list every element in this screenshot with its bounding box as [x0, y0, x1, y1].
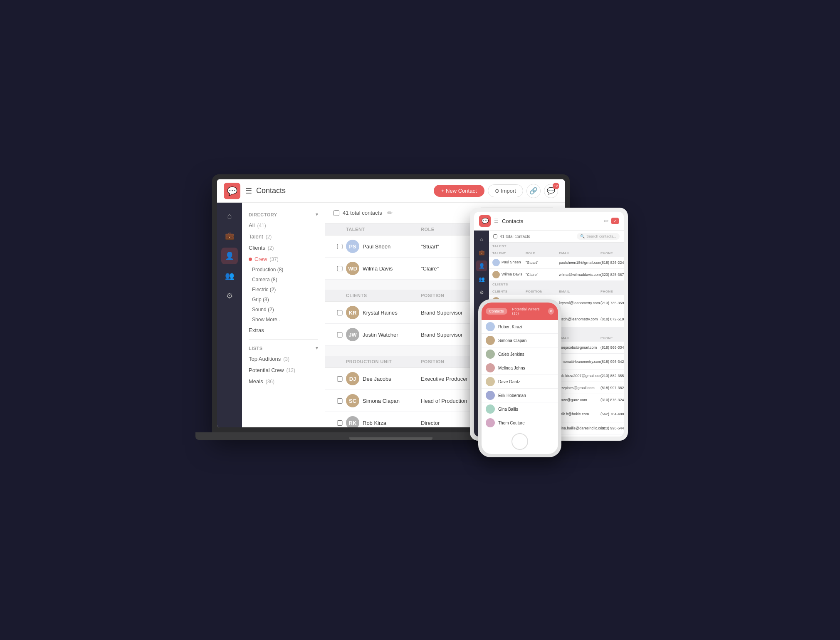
avatar: JW	[346, 328, 359, 341]
contact-name: Justin Watcher	[363, 332, 398, 338]
nav-extras[interactable]: Extras	[242, 325, 325, 336]
contact-name-cell: WD Wilma Davis	[346, 262, 421, 275]
sidebar-item-contacts[interactable]: 👤	[221, 248, 238, 264]
phone-device: Contacts Potential Writers (13) ✕ Robert…	[478, 299, 561, 457]
phone-tab-potential[interactable]: Potential Writers (13)	[510, 306, 546, 317]
contact-name-cell: JW Justin Watcher	[346, 328, 421, 341]
clients-col-name: CLIENTS	[346, 293, 421, 298]
directory-chevron: ▾	[316, 212, 319, 217]
phone-close-button[interactable]: ✕	[548, 308, 554, 315]
phone-avatar	[486, 336, 495, 345]
contact-name: Paul Sheen	[363, 243, 390, 250]
tablet-header: 💬 ☰ Contacts ✏ ⤢	[474, 212, 624, 231]
meals-label: Meals	[249, 378, 263, 384]
tablet-avatar	[492, 271, 500, 278]
tablet-table-row: Paul Sheen "Stuart" paulsheen18@gmail.co…	[489, 257, 624, 269]
phone-contact-name: Robert Kirazi	[498, 325, 522, 329]
tablet-expand-icon[interactable]: ⤢	[611, 218, 619, 224]
sidebar-item-settings[interactable]: ⚙	[221, 288, 238, 304]
avatar: SC	[346, 394, 359, 407]
tablet-sidebar-groups[interactable]: 👥	[476, 274, 487, 285]
app-logo-icon: 💬	[227, 186, 237, 196]
chat-button[interactable]: 💬 12	[544, 184, 558, 198]
phone-contact-name: Thom Couture	[498, 421, 525, 425]
avatar: PS	[346, 240, 359, 253]
row-checkbox[interactable]	[334, 420, 346, 426]
import-button[interactable]: ⊙ Import	[488, 184, 523, 197]
phone-screen: Contacts Potential Writers (13) ✕ Robert…	[482, 303, 558, 454]
row-checkbox[interactable]	[334, 398, 346, 404]
talent-col-name: TALENT	[346, 227, 421, 232]
row-checkbox[interactable]	[334, 310, 346, 315]
prod-col-name: PRODUCTION UNIT	[346, 359, 421, 364]
avatar: DJ	[346, 372, 359, 385]
nav-potential-crew[interactable]: Potential Crew (12)	[242, 365, 325, 376]
tablet-title: Contacts	[502, 218, 523, 224]
phone-contact-name: Erik Hoberman	[498, 393, 526, 398]
contact-name-cell: RK Rob Kirza	[346, 416, 421, 427]
tablet-toolbar: 41 total contacts 🔍 Search contacts...	[489, 231, 624, 243]
tablet-select-all[interactable]	[493, 234, 497, 238]
nav-crew-label: Crew	[254, 256, 267, 262]
link-button[interactable]: 🔗	[526, 184, 541, 198]
tablet-sidebar-settings[interactable]: ⚙	[476, 287, 487, 298]
tablet-logo: 💬	[479, 215, 491, 227]
meals-count: (36)	[266, 379, 274, 384]
nav-talent-label: Talent	[249, 233, 263, 240]
phone-contact-name: Caleb Jenkins	[498, 352, 524, 357]
nav-all[interactable]: All (41)	[242, 220, 325, 231]
avatar: KR	[346, 306, 359, 319]
tablet-edit-icon[interactable]: ✏	[604, 218, 609, 224]
nav-extras-label: Extras	[249, 327, 264, 333]
tablet-talent-label: TALENT	[489, 243, 624, 250]
nav-clients-label: Clients	[249, 245, 265, 251]
select-all-checkbox[interactable]	[334, 210, 339, 216]
contact-name: Simona Clapan	[363, 398, 400, 404]
tablet-sidebar-contacts[interactable]: 👤	[476, 260, 487, 271]
sub-show-more[interactable]: Show More..	[242, 315, 325, 325]
row-checkbox[interactable]	[334, 332, 346, 337]
tablet-sidebar-home[interactable]: ⌂	[476, 234, 487, 245]
nav-talent[interactable]: Talent (2)	[242, 231, 325, 242]
hamburger-icon[interactable]: ☰	[245, 186, 252, 196]
nav-crew[interactable]: Crew (37)	[242, 253, 325, 265]
row-checkbox[interactable]	[334, 244, 346, 249]
sub-grip[interactable]: Grip (3)	[242, 295, 325, 305]
phone-list-item: Simona Clapan	[482, 334, 558, 347]
sub-sound[interactable]: Sound (2)	[242, 305, 325, 315]
sidebar-item-projects[interactable]: 💼	[221, 228, 238, 244]
phone-avatar	[486, 391, 495, 400]
nav-top-auditions[interactable]: Top Auditions (3)	[242, 353, 325, 365]
total-count: 41 total contacts	[334, 210, 382, 216]
contact-name: Dee Jacobs	[363, 376, 391, 382]
sub-production[interactable]: Production (8)	[242, 265, 325, 275]
sidebar-item-groups[interactable]: 👥	[221, 268, 238, 284]
tablet-table-row: Wilma Davis "Claire" wilma@wilmaddavis.c…	[489, 269, 624, 281]
contact-name-cell: SC Simona Clapan	[346, 394, 421, 407]
sub-camera[interactable]: Camera (8)	[242, 275, 325, 285]
contact-name: Wilma Davis	[363, 265, 393, 272]
row-checkbox[interactable]	[334, 376, 346, 382]
edit-icon[interactable]: ✏	[387, 209, 393, 217]
phone-contact-name: Gina Bailis	[498, 407, 518, 412]
total-count-label: 41 total contacts	[343, 210, 382, 216]
tablet-sidebar-projects[interactable]: 💼	[476, 247, 487, 258]
phone-avatar	[486, 363, 495, 372]
avatar: WD	[346, 262, 359, 275]
contact-name: Rob Kirza	[363, 420, 386, 426]
phone-list-item: Melinda Johns	[482, 361, 558, 375]
tablet-talent-header: TALENT ROLE EMAIL PHONE LIST	[489, 250, 624, 257]
row-checkbox[interactable]	[334, 266, 346, 271]
nav-clients[interactable]: Clients (2)	[242, 242, 325, 253]
nav-meals[interactable]: Meals (36)	[242, 376, 325, 387]
phone-contact-name: Melinda Johns	[498, 366, 525, 370]
nav-crew-count: (37)	[269, 256, 278, 262]
new-contact-button[interactable]: + New Contact	[434, 185, 484, 197]
tablet-hamburger: ☰	[494, 218, 499, 224]
phone-tab-contacts[interactable]: Contacts	[486, 308, 507, 315]
app-logo: 💬	[224, 183, 240, 199]
sidebar-item-home[interactable]: ⌂	[221, 208, 238, 224]
sub-electric[interactable]: Electric (2)	[242, 285, 325, 295]
phone-home-button[interactable]	[511, 433, 528, 450]
phone-contact-list: Robert Kirazi Simona Clapan Caleb Jenkin…	[482, 320, 558, 429]
